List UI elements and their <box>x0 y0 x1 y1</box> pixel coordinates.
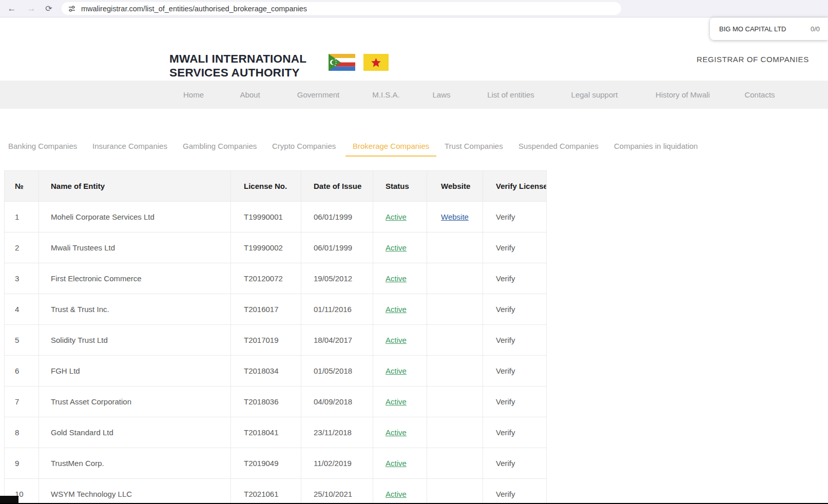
nav-item-about[interactable]: About <box>240 90 260 99</box>
status-active-link[interactable]: Active <box>386 274 407 283</box>
cell-date-of-issue: 11/02/2019 <box>301 448 373 479</box>
column-header-license-no: License No. <box>231 171 301 202</box>
status-active-link[interactable]: Active <box>386 397 407 406</box>
cell-website <box>427 232 483 263</box>
status-active-link[interactable]: Active <box>386 459 407 468</box>
cell-website <box>427 417 483 448</box>
nav-item-laws[interactable]: Laws <box>432 90 450 99</box>
cell-license-no: T19990001 <box>231 202 301 232</box>
reload-icon[interactable]: ⟳ <box>42 2 55 15</box>
status-bubble <box>0 496 18 503</box>
status-active-link[interactable]: Active <box>386 212 407 221</box>
verify-licenses-link[interactable]: Verify <box>496 490 515 498</box>
url-text: mwaliregistrar.com/list_of_entities/auth… <box>81 5 307 13</box>
entities-table: №Name of EntityLicense No.Date of IssueS… <box>4 170 547 504</box>
verify-licenses-link[interactable]: Verify <box>496 366 515 375</box>
browser-toolbar: ← → ⟳ mwaliregistrar.com/list_of_entitie… <box>0 0 828 17</box>
cell-entity-name: TrustMen Corp. <box>39 448 231 479</box>
verify-licenses-link[interactable]: Verify <box>496 336 515 344</box>
cell-verify: Verify <box>483 386 547 417</box>
nav-item-government[interactable]: Government <box>297 90 340 99</box>
column-header-verify-licenses: Verify Licenses <box>483 171 547 202</box>
nav-item-home[interactable]: Home <box>183 90 204 99</box>
status-active-link[interactable]: Active <box>386 490 407 498</box>
cell-verify: Verify <box>483 202 547 232</box>
status-active-link[interactable]: Active <box>386 305 407 314</box>
cell-license-no: T2018041 <box>231 417 301 448</box>
verify-licenses-link[interactable]: Verify <box>496 397 515 406</box>
status-active-link[interactable]: Active <box>386 243 407 252</box>
table-row: 3First Electronic CommerceT2012007219/05… <box>5 263 547 294</box>
cell-entity-name: Solidity Trust Ltd <box>39 325 231 356</box>
verify-licenses-link[interactable]: Verify <box>496 274 515 283</box>
cell-number: 1 <box>5 202 39 232</box>
cell-website <box>427 356 483 386</box>
cell-number: 8 <box>5 417 39 448</box>
website-link[interactable]: Website <box>441 212 469 221</box>
table-header-row: №Name of EntityLicense No.Date of IssueS… <box>5 171 547 202</box>
url-bar[interactable]: mwaliregistrar.com/list_of_entities/auth… <box>62 2 621 15</box>
cell-license-no: T20120072 <box>231 263 301 294</box>
forward-icon[interactable]: → <box>25 2 38 15</box>
cell-verify: Verify <box>483 325 547 356</box>
cell-website <box>427 386 483 417</box>
cell-date-of-issue: 25/10/2021 <box>301 479 373 504</box>
cell-website <box>427 448 483 479</box>
status-active-link[interactable]: Active <box>386 366 407 375</box>
tab-brokerage-companies[interactable]: Brokerage Companies <box>345 142 436 157</box>
status-active-link[interactable]: Active <box>386 336 407 344</box>
verify-licenses-link[interactable]: Verify <box>496 459 515 468</box>
site-title-line2: SERVICES AUTHORITY <box>169 66 306 80</box>
nav-item-history-of-mwali[interactable]: History of Mwali <box>656 90 710 99</box>
tab-insurance-companies[interactable]: Insurance Companies <box>92 142 167 156</box>
cell-date-of-issue: 18/04/2017 <box>301 325 373 356</box>
back-icon[interactable]: ← <box>5 2 18 15</box>
cell-website: Website <box>427 202 483 232</box>
cell-date-of-issue: 04/09/2018 <box>301 386 373 417</box>
tab-gambling-companies[interactable]: Gambling Companies <box>183 142 257 156</box>
cell-number: 4 <box>5 294 39 325</box>
cell-website <box>427 325 483 356</box>
site-info-icon[interactable] <box>68 5 76 13</box>
cell-number: 5 <box>5 325 39 356</box>
nav-item-m-i-s-a[interactable]: M.I.S.A. <box>372 90 399 99</box>
nav-item-contacts[interactable]: Contacts <box>744 90 775 99</box>
cell-license-no: T2019049 <box>231 448 301 479</box>
cell-status: Active <box>373 417 427 448</box>
tab-crypto-companies[interactable]: Crypto Companies <box>272 142 336 156</box>
tab-trust-companies[interactable]: Trust Companies <box>445 142 503 156</box>
cell-entity-name: Gold Standard Ltd <box>39 417 231 448</box>
cell-date-of-issue: 23/11/2018 <box>301 417 373 448</box>
verify-licenses-link[interactable]: Verify <box>496 305 515 314</box>
cell-license-no: T2016017 <box>231 294 301 325</box>
cell-number: 9 <box>5 448 39 479</box>
find-in-page-bar: BIG MO CAPITAL LTD 0/0 <box>710 17 828 40</box>
column-header-website: Website <box>427 171 483 202</box>
tab-banking-companies[interactable]: Banking Companies <box>8 142 77 156</box>
tab-suspended-companies[interactable]: Suspended Companies <box>518 142 599 156</box>
cell-entity-name: Trust Asset Corporation <box>39 386 231 417</box>
column-header-: № <box>5 171 39 202</box>
cell-number: 2 <box>5 232 39 263</box>
cell-number: 6 <box>5 356 39 386</box>
verify-licenses-link[interactable]: Verify <box>496 428 515 437</box>
cell-verify: Verify <box>483 294 547 325</box>
table-row: 4Trust & Trust Inc.T201601701/11/2016Act… <box>5 294 547 325</box>
verify-licenses-link[interactable]: Verify <box>496 212 515 221</box>
cell-status: Active <box>373 325 427 356</box>
cell-date-of-issue: 19/05/2012 <box>301 263 373 294</box>
cell-entity-name: Trust & Trust Inc. <box>39 294 231 325</box>
cell-entity-name: Mwali Trustees Ltd <box>39 232 231 263</box>
cell-entity-name: FGH Ltd <box>39 356 231 386</box>
find-input[interactable]: BIG MO CAPITAL LTD <box>719 25 811 33</box>
nav-item-legal-support[interactable]: Legal support <box>571 90 618 99</box>
cell-website <box>427 479 483 504</box>
verify-licenses-link[interactable]: Verify <box>496 243 515 252</box>
cell-verify: Verify <box>483 232 547 263</box>
cell-date-of-issue: 06/01/1999 <box>301 202 373 232</box>
nav-item-list-of-entities[interactable]: List of entities <box>487 90 534 99</box>
cell-license-no: T2018036 <box>231 386 301 417</box>
cell-entity-name: Moheli Corporate Services Ltd <box>39 202 231 232</box>
status-active-link[interactable]: Active <box>386 428 407 437</box>
tab-companies-in-liquidation[interactable]: Companies in liquidation <box>614 142 698 156</box>
